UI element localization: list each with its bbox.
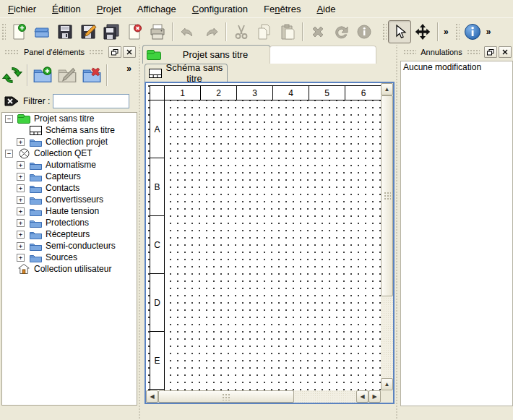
row-header: E (150, 332, 165, 390)
tree-item-automatisme[interactable]: + Automatisme (2, 159, 137, 171)
rotate-button[interactable] (329, 20, 353, 43)
open-button[interactable] (30, 20, 53, 43)
move-mode-button[interactable] (411, 20, 434, 43)
new-category-button[interactable] (30, 62, 55, 88)
horizontal-scroll-thumb[interactable] (158, 390, 294, 403)
folder-icon (29, 171, 42, 181)
menu-edition[interactable]: Édition (44, 1, 89, 17)
menu-projet[interactable]: Projet (89, 1, 129, 17)
tree-item-sources[interactable]: + Sources (2, 252, 137, 263)
tree-item-collection-qet[interactable]: − Collection QET (2, 147, 137, 159)
toolbar-drag-handle[interactable] (454, 22, 460, 41)
collapse-icon[interactable]: − (5, 150, 13, 158)
tree-item-semi-conducteurs[interactable]: + Semi-conducteurs (2, 240, 137, 252)
horizontal-scrollbar[interactable]: ◀ ◀ ▶ (146, 390, 381, 403)
float-panel-button[interactable] (108, 46, 121, 58)
delete-button[interactable] (306, 20, 329, 43)
element-info-button[interactable] (353, 20, 376, 43)
delete-category-button[interactable] (79, 62, 104, 88)
tree-item-label: Collection projet (45, 137, 108, 147)
expand-icon[interactable]: + (17, 242, 25, 250)
close-panel-button[interactable] (123, 46, 136, 58)
tab-schema[interactable]: Schéma sans titre (145, 64, 228, 82)
scroll-up-button[interactable]: ▲ (381, 378, 393, 390)
select-arrow-icon (392, 24, 408, 40)
vertical-scrollbar[interactable]: ▲ ▲ ▼ (381, 83, 393, 403)
menu-aide[interactable]: Aide (309, 1, 343, 17)
paste-button[interactable] (276, 20, 299, 43)
collapse-icon[interactable]: − (5, 115, 13, 123)
tree-item-label: Schéma sans titre (45, 125, 116, 135)
elements-tree[interactable]: − Projet sans titre Schéma sans titre + … (1, 112, 137, 406)
expand-icon[interactable]: + (17, 138, 25, 146)
tree-item-recepteurs[interactable]: + Récepteurs (2, 228, 137, 240)
elements-panel-titlebar[interactable]: Panel d'éléments (1, 46, 136, 59)
tree-item-protections[interactable]: + Protections (2, 217, 137, 228)
undo-list-item[interactable]: Aucune modification (401, 61, 512, 73)
tree-item-label: Contacts (45, 183, 80, 193)
menu-fenetres[interactable]: Fenêtres (256, 1, 309, 17)
save-as-button[interactable] (77, 20, 100, 43)
select-mode-button[interactable] (388, 20, 411, 43)
tree-item-convertisseurs[interactable]: + Convertisseurs (2, 194, 137, 205)
tree-item-collection-projet[interactable]: + Collection projet (2, 136, 137, 147)
cut-button[interactable] (230, 20, 253, 43)
toolbar-overflow-button[interactable]: » (484, 27, 493, 37)
expand-icon[interactable]: + (17, 254, 25, 262)
print-button[interactable] (146, 20, 169, 43)
expand-icon[interactable]: + (17, 161, 25, 169)
scroll-up-button[interactable]: ▲ (381, 83, 393, 95)
tree-item-contacts[interactable]: + Contacts (2, 182, 137, 194)
close-document-button[interactable] (123, 20, 146, 43)
scroll-left-button[interactable]: ◀ (356, 390, 368, 403)
copy-button[interactable] (253, 20, 276, 43)
expand-icon[interactable]: + (17, 231, 25, 239)
undo-history-list[interactable]: Aucune modification (400, 61, 513, 406)
scroll-left-button[interactable]: ◀ (146, 390, 158, 403)
menu-configuration[interactable]: Configuration (184, 1, 256, 17)
toolbar-drag-handle[interactable] (1, 22, 6, 41)
left-dock-splitter[interactable] (137, 45, 142, 420)
about-button[interactable] (461, 20, 484, 43)
expand-icon[interactable]: + (17, 173, 25, 181)
panel-toolbar-overflow-button[interactable]: » (124, 64, 133, 74)
toolbar-drag-handle[interactable] (381, 22, 387, 41)
right-dock-splitter[interactable] (395, 45, 399, 420)
tree-item-project[interactable]: − Projet sans titre (2, 113, 137, 124)
redo-icon (202, 23, 220, 40)
drawing-area[interactable] (165, 100, 381, 390)
tab-project-label: Projet sans titre (161, 49, 270, 60)
tree-item-schema[interactable]: Schéma sans titre (2, 124, 137, 136)
reload-collections-button[interactable] (0, 62, 25, 88)
menu-affichage[interactable]: Affichage (129, 1, 184, 17)
schema-canvas[interactable]: 1 2 3 4 5 6 A B C D E (146, 83, 381, 390)
close-panel-button[interactable] (499, 46, 512, 58)
tree-item-haute-tension[interactable]: + Haute tension (2, 205, 137, 217)
filter-input[interactable] (53, 94, 129, 108)
clear-filter-button[interactable] (3, 94, 20, 108)
redo-button[interactable] (199, 20, 223, 43)
schema-view[interactable]: 1 2 3 4 5 6 A B C D E ▲ ▲ ▼ (145, 82, 395, 404)
expand-icon[interactable]: + (17, 184, 25, 192)
tree-item-capteurs[interactable]: + Capteurs (2, 171, 137, 182)
expand-icon[interactable]: + (17, 207, 25, 215)
vertical-scroll-thumb[interactable] (381, 95, 393, 296)
save-icon (56, 23, 74, 40)
save-button[interactable] (53, 20, 77, 43)
float-icon (487, 49, 494, 56)
scroll-right-button[interactable]: ▶ (368, 390, 381, 403)
tab-project[interactable]: Projet sans titre (142, 45, 270, 64)
expand-icon[interactable]: + (17, 219, 25, 227)
new-document-button[interactable] (7, 20, 30, 43)
undo-icon (179, 23, 197, 40)
edit-category-button[interactable] (55, 62, 79, 88)
save-all-button[interactable] (100, 20, 123, 43)
thumb-grip (221, 393, 231, 400)
undo-button[interactable] (176, 20, 199, 43)
expand-icon[interactable]: + (17, 196, 25, 204)
float-panel-button[interactable] (484, 46, 497, 58)
undo-panel-titlebar[interactable]: Annulations (400, 46, 512, 59)
tree-item-collection-utilisateur[interactable]: Collection utilisateur (2, 263, 137, 275)
toolbar-overflow-button[interactable]: » (441, 27, 450, 37)
menu-fichier[interactable]: Fichier (0, 1, 44, 17)
